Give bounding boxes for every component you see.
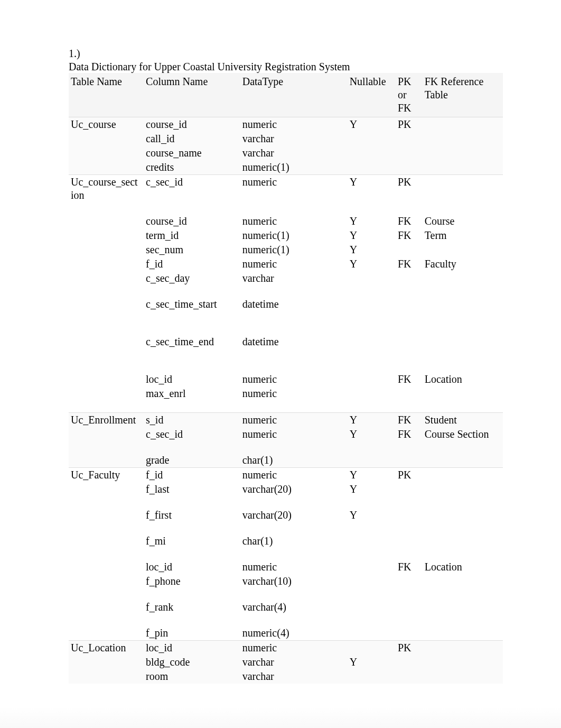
- cell-pk-or-fk: [396, 386, 423, 401]
- cell-nullable: Y: [348, 412, 396, 427]
- cell-datatype: numeric: [240, 257, 348, 271]
- cell-nullable: Y: [348, 482, 396, 496]
- cell-column-name: f_id: [144, 257, 240, 271]
- cell-fk-reference: [423, 600, 503, 614]
- cell-fk-reference: [423, 146, 503, 160]
- cell-column-name: bldg_code: [144, 655, 240, 669]
- cell-nullable: Y: [348, 427, 396, 441]
- cell-fk-reference: [423, 534, 503, 548]
- table-row: loc_idnumericFKLocation: [69, 560, 503, 574]
- cell-nullable: Y: [348, 243, 396, 257]
- table-row: bldg_codevarcharY: [69, 655, 503, 669]
- cell-pk-or-fk: [396, 508, 423, 522]
- cell-pk-or-fk: PK: [396, 467, 423, 482]
- cell-datatype: numeric: [240, 117, 348, 132]
- cell-fk-reference: [423, 482, 503, 496]
- cell-fk-reference: [423, 508, 503, 522]
- cell-nullable: [348, 335, 396, 349]
- table-row: roomvarchar: [69, 669, 503, 684]
- cell-pk-or-fk: [396, 146, 423, 160]
- cell-fk-reference: [423, 271, 503, 285]
- cell-pk-or-fk: PK: [396, 117, 423, 132]
- cell-datatype: char(1): [240, 534, 348, 548]
- header-fk-reference: FK Reference Table: [423, 73, 503, 117]
- cell-table-name: [69, 386, 144, 401]
- cell-column-name: course_id: [144, 214, 240, 228]
- question-number: 1.): [69, 48, 503, 60]
- header-datatype: DataType: [240, 73, 348, 117]
- cell-nullable: Y: [348, 117, 396, 132]
- gap-cell: [69, 522, 503, 534]
- cell-fk-reference: Course Section: [423, 427, 503, 441]
- table-row: Uc_coursecourse_idnumericYPK: [69, 117, 503, 132]
- cell-nullable: [348, 132, 396, 146]
- cell-table-name: [69, 600, 144, 614]
- cell-nullable: Y: [348, 467, 396, 482]
- table-row: [69, 311, 503, 323]
- cell-fk-reference: [423, 117, 503, 132]
- cell-nullable: Y: [348, 508, 396, 522]
- cell-column-name: loc_id: [144, 372, 240, 386]
- cell-column-name: f_rank: [144, 600, 240, 614]
- gap-cell: [69, 401, 503, 412]
- gap-cell: [69, 323, 503, 335]
- cell-pk-or-fk: [396, 482, 423, 496]
- cell-datatype: numeric(1): [240, 243, 348, 257]
- cell-datatype: datetime: [240, 297, 348, 311]
- table-row: [69, 588, 503, 600]
- gap-cell: [69, 548, 503, 560]
- cell-pk-or-fk: [396, 297, 423, 311]
- cell-pk-or-fk: FK: [396, 257, 423, 271]
- cell-column-name: f_id: [144, 467, 240, 482]
- gap-cell: [69, 202, 503, 214]
- table-body: Uc_coursecourse_idnumericYPKcall_idvarch…: [69, 117, 503, 684]
- cell-table-name: Uc_course_section: [69, 175, 144, 203]
- cell-fk-reference: [423, 467, 503, 482]
- cell-fk-reference: Faculty: [423, 257, 503, 271]
- table-row: [69, 349, 503, 361]
- cell-table-name: [69, 271, 144, 285]
- cell-table-name: [69, 655, 144, 669]
- cell-column-name: c_sec_time_start: [144, 297, 240, 311]
- table-row: [69, 401, 503, 412]
- cell-fk-reference: Course: [423, 214, 503, 228]
- cell-pk-or-fk: PK: [396, 640, 423, 655]
- cell-nullable: [348, 297, 396, 311]
- cell-column-name: f_first: [144, 508, 240, 522]
- cell-fk-reference: [423, 655, 503, 669]
- cell-table-name: [69, 508, 144, 522]
- cell-table-name: Uc_Enrollment: [69, 412, 144, 427]
- cell-column-name: sec_num: [144, 243, 240, 257]
- cell-datatype: varchar(4): [240, 600, 348, 614]
- table-row: [69, 361, 503, 372]
- cell-datatype: numeric: [240, 372, 348, 386]
- table-row: f_firstvarchar(20)Y: [69, 508, 503, 522]
- cell-pk-or-fk: FK: [396, 372, 423, 386]
- table-row: [69, 285, 503, 297]
- header-nullable: Nullable: [348, 73, 396, 117]
- cell-pk-or-fk: FK: [396, 228, 423, 243]
- cell-fk-reference: [423, 160, 503, 175]
- table-row: Uc_Locationloc_idnumericPK: [69, 640, 503, 655]
- cell-pk-or-fk: FK: [396, 560, 423, 574]
- cell-datatype: numeric: [240, 467, 348, 482]
- cell-pk-or-fk: FK: [396, 427, 423, 441]
- cell-nullable: Y: [348, 175, 396, 203]
- table-row: Uc_course_sectionc_sec_idnumericYPK: [69, 175, 503, 203]
- header-pk-or-fk: PK or FK: [396, 73, 423, 117]
- cell-datatype: numeric: [240, 560, 348, 574]
- cell-pk-or-fk: [396, 271, 423, 285]
- table-row: f_phonevarchar(10): [69, 574, 503, 588]
- cell-table-name: [69, 534, 144, 548]
- table-row: c_sec_dayvarchar: [69, 271, 503, 285]
- header-column-name: Column Name: [144, 73, 240, 117]
- cell-fk-reference: [423, 640, 503, 655]
- cell-table-name: [69, 257, 144, 271]
- cell-fk-reference: [423, 243, 503, 257]
- table-row: [69, 548, 503, 560]
- cell-nullable: [348, 534, 396, 548]
- cell-table-name: [69, 297, 144, 311]
- cell-table-name: Uc_Location: [69, 640, 144, 655]
- cell-pk-or-fk: [396, 243, 423, 257]
- cell-column-name: call_id: [144, 132, 240, 146]
